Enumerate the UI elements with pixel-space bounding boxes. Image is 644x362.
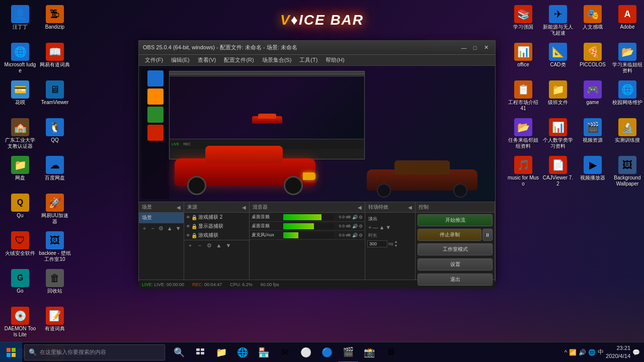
studio-mode-button[interactable]: 工作室模式 [418, 243, 493, 255]
source-add-btn[interactable]: + [186, 241, 194, 249]
source-item-2[interactable]: 👁 🔒 游戏捕获 [184, 231, 249, 240]
taskbar-app-store[interactable]: 🏪 [254, 342, 274, 363]
taskbar-notification-icon[interactable]: 💬 [632, 349, 640, 356]
obs-menu-profile[interactable]: 配置文件(R) [220, 55, 258, 65]
mixer-settings-0[interactable]: ⚙ [359, 215, 363, 220]
icon-cajviewer[interactable]: 📄 CAJViewer 7.2 [541, 154, 575, 190]
icon-xingneng[interactable]: ✈ 新能源与无人飞超速 [541, 3, 575, 39]
obs-close-button[interactable]: ✕ [481, 44, 491, 52]
icon-office[interactable]: 📊 office [506, 41, 540, 77]
icon-renwu[interactable]: 🎭 人文感哦 [576, 3, 610, 39]
transition-remove-btn[interactable]: — [372, 224, 378, 230]
icon-go[interactable]: G Go [3, 267, 37, 303]
scene-add-btn[interactable]: + [141, 224, 148, 232]
obs-menu-file[interactable]: 文件(F) [141, 55, 167, 65]
icon-jieji[interactable]: 📁 级班文件 [541, 78, 575, 115]
taskbar-wifi-icon[interactable]: 📶 [569, 349, 577, 356]
transition-duration-up[interactable]: ▲ [394, 240, 398, 243]
transition-duration-input[interactable] [367, 240, 387, 247]
pause-record-button[interactable]: ⏸ [482, 229, 493, 241]
scene-item-0[interactable]: 场景 [139, 213, 184, 223]
icon-recycle[interactable]: 🗑 回收站 [38, 267, 72, 303]
transition-duration-down[interactable]: ▼ [394, 244, 398, 247]
icon-xiaoyuan[interactable]: 🌐 校园网络维护 [610, 78, 644, 115]
transition-up-btn[interactable]: ▲ [379, 224, 384, 230]
icon-youdao2[interactable]: 📝 有道词典 [38, 305, 72, 341]
mixer-mute-1[interactable]: 🔊 [352, 224, 358, 229]
source-remove-btn[interactable]: − [196, 241, 204, 249]
settings-button[interactable]: 设置 [418, 258, 493, 270]
icon-piccolo[interactable]: 🍕 PICCOLOS [576, 41, 610, 77]
obs-menu-view[interactable]: 查看(V) [194, 55, 220, 65]
mixer-mute-0[interactable]: 🔊 [352, 215, 358, 220]
icon-gerendata[interactable]: 📊 个人数学类学习资料 [541, 116, 575, 152]
source-eye-icon-1[interactable]: 👁 [186, 224, 190, 229]
taskbar-app-explorer[interactable]: 📁 [211, 342, 231, 363]
icon-teamviewer[interactable]: 🖥 TeamViewer [38, 78, 72, 115]
taskbar-volume-icon[interactable]: 🔊 [579, 349, 586, 356]
icon-cad[interactable]: 📐 CAD类 [541, 41, 575, 77]
icon-ziliao[interactable]: 📂 学习来临姐组资料 [610, 41, 644, 77]
start-stream-button[interactable]: 开始推流 [418, 214, 493, 226]
source-down-btn[interactable]: ▼ [224, 241, 232, 249]
icon-music[interactable]: 🎵 music for Muso [506, 154, 540, 190]
start-button[interactable] [0, 342, 22, 363]
icon-bandizip[interactable]: 🗜 Bandizip [38, 3, 72, 39]
icon-baidu[interactable]: ☁ 百度网盘 [38, 154, 72, 190]
taskbar-app-ie[interactable]: 🔵 [317, 342, 337, 363]
taskbar-clock[interactable]: 23:21 2020/4/14 [606, 344, 630, 360]
source-eye-icon-2[interactable]: 👁 [186, 233, 190, 238]
icon-youdao[interactable]: 📖 网易有道词典 [38, 41, 72, 77]
mixer-mute-2[interactable]: 🔊 [352, 233, 358, 238]
taskbar-ime-icon[interactable]: 中 [598, 348, 604, 356]
transition-add-btn[interactable]: + [368, 224, 371, 230]
mixer-settings-2[interactable]: ⚙ [359, 233, 363, 238]
taskbar-app-taskview[interactable] [190, 342, 210, 363]
taskbar-app-obs[interactable]: 🎬 [338, 342, 358, 363]
mixer-settings-1[interactable]: ⚙ [359, 224, 363, 229]
scene-down-btn[interactable]: ▼ [175, 224, 182, 232]
icon-huoxian[interactable]: 🛡 火绒安全软件 [3, 229, 37, 265]
source-eye-icon-0[interactable]: 👁 [186, 215, 190, 220]
scene-panel-collapse[interactable]: ◀ [177, 205, 181, 210]
transition-panel-collapse[interactable]: ◀ [408, 205, 412, 210]
icon-xuexi[interactable]: 📚 学习强国 [506, 3, 540, 39]
taskbar-app-misc[interactable]: 🖥 [380, 342, 400, 363]
taskbar-battery-icon[interactable]: 🌐 [588, 349, 596, 356]
obs-maximize-button[interactable]: □ [470, 44, 480, 52]
icon-renjian[interactable]: 📂 任务来临邻姐组资料 [506, 116, 540, 152]
icon-wangpan[interactable]: 📁 网盘 [3, 154, 37, 190]
obs-menu-tools[interactable]: 工具(T) [295, 55, 321, 65]
source-panel-collapse[interactable]: ◀ [242, 205, 246, 210]
icon-adobe[interactable]: A Adobe [610, 3, 644, 39]
icon-wallpaper[interactable]: 🖼 Background Wallpaper [610, 154, 644, 190]
icon-qq[interactable]: 🐧 QQ [38, 116, 72, 152]
icon-huabei[interactable]: 💳 花呗 [3, 78, 37, 115]
source-lock-icon-2[interactable]: 🔒 [191, 233, 197, 238]
exit-button[interactable]: 退出 [418, 274, 493, 286]
obs-minimize-button[interactable]: — [459, 44, 469, 52]
source-up-btn[interactable]: ▲ [215, 241, 223, 249]
icon-guangdong[interactable]: 🏫 广东工业大学 支教认证器 [3, 116, 37, 152]
icon-dingtingting[interactable]: 👤 汪丁丁 [3, 3, 37, 39]
taskbar-app-camera[interactable]: 📸 [359, 342, 379, 363]
icon-qu[interactable]: Q Qu [3, 192, 37, 228]
icon-game[interactable]: 🎮 game [576, 78, 610, 115]
obs-menu-help[interactable]: 帮助(H) [321, 55, 348, 65]
icon-uu[interactable]: 🚀 网易UU加速器 [38, 192, 72, 228]
obs-menu-edit[interactable]: 编辑(E) [167, 55, 194, 65]
scene-remove-btn[interactable]: − [149, 224, 156, 232]
mixer-panel-collapse[interactable]: ◀ [358, 205, 362, 210]
source-item-0[interactable]: 👁 🔒 游戏捕获 2 [184, 213, 249, 222]
stop-record-button[interactable]: 停止录制 [418, 229, 481, 241]
taskbar-search-box[interactable]: 🔍 在这里输入你要搜索的内容 [24, 344, 165, 360]
taskbar-app-mail[interactable]: ✉ [275, 342, 295, 363]
taskbar-app-cortana[interactable]: 🔍 [169, 342, 189, 363]
taskbar-app-edge[interactable]: 🌐 [232, 342, 253, 363]
taskbar-chevron-icon[interactable]: ^ [564, 349, 567, 356]
source-settings-btn[interactable]: ⚙ [205, 241, 213, 249]
icon-shipinziyuan[interactable]: 🎬 视频资源 [576, 116, 610, 152]
scene-settings-btn[interactable]: ⚙ [158, 224, 165, 232]
taskbar-app-chrome[interactable]: ⚪ [296, 342, 316, 363]
icon-daemon[interactable]: 💿 DAEMON Tools Lite [3, 305, 37, 341]
